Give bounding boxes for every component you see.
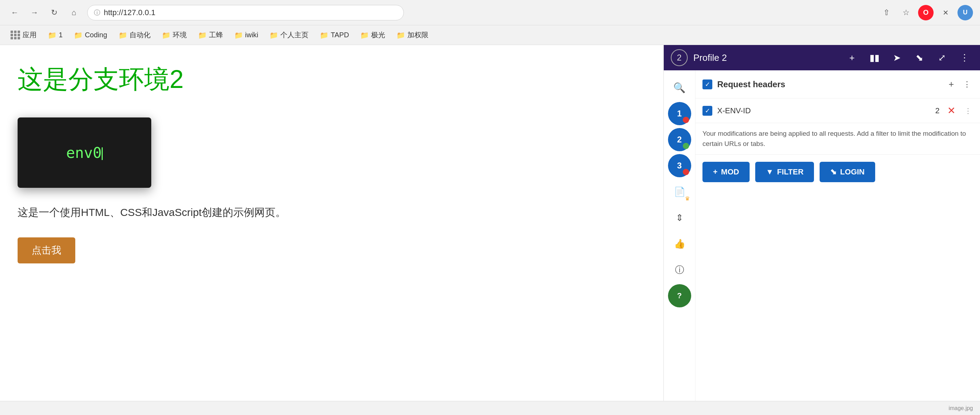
- bookmark-jixian[interactable]: 📁 极光: [355, 28, 390, 42]
- rail-badge-1-red: [683, 117, 689, 123]
- section-title: Request headers: [717, 80, 942, 89]
- profile-title: Profile 2: [693, 52, 838, 63]
- folder-icon: 📁: [119, 31, 127, 40]
- rail-item-2[interactable]: 2: [668, 128, 691, 151]
- folder-icon: 📁: [74, 31, 83, 40]
- delete-header-button[interactable]: ✕: [945, 103, 958, 118]
- filter-button[interactable]: ▼ FILTER: [755, 162, 814, 182]
- pause-button[interactable]: ▮▮: [866, 49, 883, 66]
- search-rail-button[interactable]: 🔍: [668, 76, 691, 99]
- back-button[interactable]: ←: [7, 5, 22, 21]
- env-label: env0: [66, 144, 102, 161]
- bookmark-iwiki[interactable]: 📁 iwiki: [229, 29, 264, 41]
- warning-message: Your modifications are being applied to …: [695, 123, 980, 155]
- ext-header: 2 Profile 2 + ▮▮ ➤ ⬊ ⤢ ⋮: [664, 45, 980, 70]
- apps-bookmark[interactable]: 应用: [6, 28, 41, 42]
- bookmark-personal[interactable]: 📁 个人主页: [264, 28, 313, 42]
- browser-window: ← → ↻ ⌂ ⓘ http://127.0.0.1 ⇧ ☆ O ✕ U 应用: [0, 0, 980, 415]
- bookmark-label: TAPD: [331, 31, 349, 39]
- ext-icon-rail: 🔍 1 2 3 📄♛: [664, 70, 695, 401]
- apps-grid-icon: [11, 30, 21, 40]
- toolbar-right: ⇧ ☆ O ✕ U: [879, 5, 973, 21]
- page-heading: 这是分支环境2: [18, 63, 646, 96]
- action-buttons: + MOD ▼ FILTER ⬊ LOGIN: [695, 155, 980, 189]
- add-profile-button[interactable]: +: [843, 49, 861, 66]
- browser-titlebar: ← → ↻ ⌂ ⓘ http://127.0.0.1 ⇧ ☆ O ✕ U: [0, 0, 980, 25]
- rail-item-file[interactable]: 📄♛: [668, 180, 691, 203]
- folder-icon: 📁: [198, 31, 207, 40]
- expand-button[interactable]: ⤢: [934, 49, 950, 66]
- bookmark-label: 工蜂: [209, 30, 223, 40]
- click-me-button[interactable]: 点击我: [18, 237, 75, 264]
- bookmark-label: 加权限: [407, 30, 428, 40]
- bookmark-button[interactable]: ☆: [898, 5, 914, 21]
- home-button[interactable]: ⌂: [66, 5, 82, 21]
- bookmark-coding[interactable]: 📁 Coding: [69, 29, 112, 41]
- folder-icon: 📁: [269, 31, 278, 40]
- more-options-button[interactable]: ⋮: [956, 49, 973, 66]
- bookmark-label: 环境: [173, 30, 187, 40]
- signin-button[interactable]: ⬊: [911, 49, 928, 66]
- cursor-blink: [102, 147, 103, 160]
- header-value: 2: [890, 106, 940, 115]
- login-button[interactable]: ⬊ LOGIN: [819, 162, 875, 182]
- section-add-button[interactable]: +: [947, 77, 956, 92]
- login-icon: ⬊: [830, 167, 837, 176]
- header-key: X-ENV-ID: [717, 106, 885, 115]
- filter-label: FILTER: [777, 167, 803, 176]
- rail-item-help[interactable]: ⓘ: [668, 258, 691, 281]
- bookmark-label: 1: [59, 31, 63, 39]
- bookmark-label: 极光: [371, 30, 385, 40]
- rail-item-sort[interactable]: ⇕: [668, 206, 691, 229]
- rail-item-3-number: 3: [677, 161, 682, 170]
- rail-badge-2-green: [683, 143, 689, 149]
- folder-icon: 📁: [48, 31, 57, 40]
- extension-sidebar: 2 Profile 2 + ▮▮ ➤ ⬊ ⤢ ⋮ 🔍 1: [663, 45, 980, 401]
- checkbox-checked-icon[interactable]: ✓: [702, 80, 712, 89]
- env-text: env0: [66, 144, 103, 161]
- rail-item-2-number: 2: [677, 135, 682, 145]
- share-button[interactable]: ⇧: [879, 5, 894, 21]
- mod-label: MOD: [721, 167, 739, 176]
- rail-badge-3-red: [683, 169, 689, 175]
- profile-avatar[interactable]: U: [958, 5, 973, 21]
- header-row: ✓ X-ENV-ID 2 ✕ ⋮: [695, 99, 980, 123]
- filter-icon: ▼: [766, 167, 773, 176]
- bookmark-1[interactable]: 📁 1: [43, 29, 68, 41]
- ext-body: 🔍 1 2 3 📄♛: [664, 70, 980, 401]
- mod-button[interactable]: + MOD: [702, 162, 749, 182]
- bookmark-tapd[interactable]: 📁 TAPD: [315, 29, 354, 41]
- bookmark-automation[interactable]: 📁 自动化: [114, 28, 156, 42]
- apps-label: 应用: [22, 30, 37, 40]
- page-content: 这是分支环境2 env0 这是一个使用HTML、CSS和JavaScript创建…: [0, 45, 663, 401]
- section-more-button[interactable]: ⋮: [961, 78, 973, 91]
- rail-item-1-number: 1: [677, 109, 682, 119]
- main-area: 这是分支环境2 env0 这是一个使用HTML、CSS和JavaScript创建…: [0, 45, 980, 401]
- rail-item-question[interactable]: ?: [668, 284, 691, 307]
- section-header: ✓ Request headers + ⋮: [695, 70, 980, 99]
- rail-item-1[interactable]: 1: [668, 102, 691, 125]
- address-bar[interactable]: ⓘ http://127.0.0.1: [87, 5, 404, 21]
- secure-icon: ⓘ: [94, 8, 100, 17]
- bookmark-label: 个人主页: [280, 30, 309, 40]
- reload-button[interactable]: ↻: [46, 5, 62, 21]
- bookmark-gongfeng[interactable]: 📁 工蜂: [193, 28, 228, 42]
- folder-icon: 📁: [396, 31, 405, 40]
- folder-icon: 📁: [320, 31, 329, 40]
- status-bar: image.jpg: [0, 401, 980, 415]
- forward-ext-button[interactable]: ➤: [889, 49, 905, 66]
- rail-item-like[interactable]: 👍: [668, 232, 691, 255]
- nav-buttons: ← → ↻ ⌂: [7, 5, 82, 21]
- folder-icon: 📁: [162, 31, 170, 40]
- forward-button[interactable]: →: [27, 5, 42, 21]
- status-text: image.jpg: [949, 405, 973, 412]
- bookmark-label: iwiki: [245, 31, 259, 39]
- bookmark-label: Coding: [85, 31, 107, 39]
- bookmark-env[interactable]: 📁 环境: [157, 28, 192, 42]
- bookmark-quanli[interactable]: 📁 加权限: [391, 28, 433, 42]
- row-checkbox[interactable]: ✓: [702, 106, 712, 116]
- row-more-button[interactable]: ⋮: [963, 105, 973, 116]
- close-x-button[interactable]: ✕: [938, 5, 953, 21]
- profile-number-badge: 2: [671, 49, 688, 66]
- rail-item-3[interactable]: 3: [668, 154, 691, 177]
